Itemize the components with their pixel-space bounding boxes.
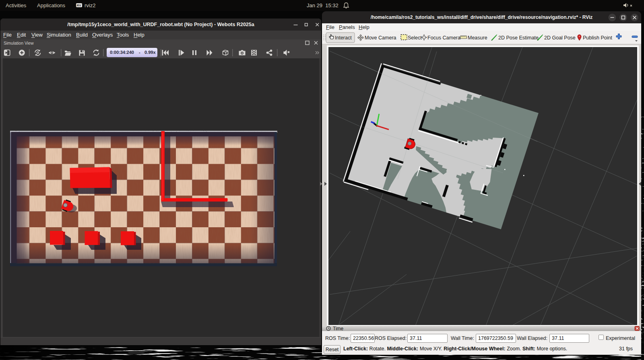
svg-text:Focus Camera: Focus Camera: [427, 35, 460, 41]
svg-text:Measure: Measure: [468, 35, 487, 41]
svg-text:Interact: Interact: [335, 35, 352, 41]
svg-text:Select: Select: [408, 35, 422, 41]
svg-text:RV: RV: [77, 4, 82, 7]
svg-text:2D Goal Pose: 2D Goal Pose: [544, 35, 576, 41]
svg-text:2D Pose Estimate: 2D Pose Estimate: [498, 35, 539, 41]
svg-text:Move Camera: Move Camera: [365, 35, 396, 41]
svg-text:Publish Point: Publish Point: [583, 35, 612, 41]
